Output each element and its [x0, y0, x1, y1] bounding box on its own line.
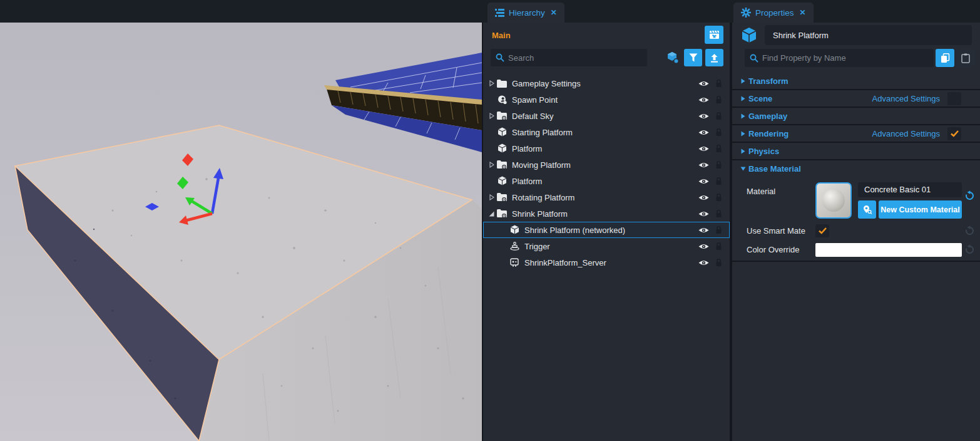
hierarchy-toolbar: [483, 48, 730, 70]
eye-icon[interactable]: [697, 129, 710, 136]
capture-button[interactable]: [705, 26, 723, 44]
padlock-icon[interactable]: [713, 128, 724, 137]
properties-toolbar: [732, 48, 980, 70]
eye-icon[interactable]: [697, 210, 710, 217]
tree-row-label: Default Sky: [512, 112, 697, 121]
section-label: Rendering: [748, 129, 789, 138]
tree-row-moving-platform[interactable]: Moving Platform: [483, 157, 730, 173]
tree-row-trigger[interactable]: Trigger: [483, 238, 730, 254]
hierarchy-search[interactable]: [491, 49, 647, 66]
padlock-icon[interactable]: [713, 259, 724, 267]
caret-collapsed-icon: [739, 131, 747, 137]
padlock-icon[interactable]: [713, 210, 724, 218]
tree-row-rotating-platform[interactable]: Rotating Platform: [483, 189, 730, 205]
filter-button[interactable]: [684, 49, 702, 66]
use-smart-mate-checkbox[interactable]: [815, 224, 829, 237]
caret-collapsed-icon[interactable]: [487, 113, 496, 119]
tree-row-platform[interactable]: Platform: [483, 140, 730, 157]
copy-icon: [941, 53, 950, 63]
eye-icon[interactable]: [697, 80, 710, 87]
padlock-icon[interactable]: [713, 161, 724, 169]
use-smart-mate-reset-icon[interactable]: [964, 226, 975, 236]
eye-icon[interactable]: [697, 259, 710, 266]
tab-hierarchy-close-icon[interactable]: ✕: [551, 8, 557, 17]
folder-icon: [496, 80, 508, 88]
tree-row-label: Gameplay Settings: [512, 79, 697, 88]
eye-icon[interactable]: [697, 243, 710, 250]
context-label: Main: [492, 31, 511, 40]
eye-icon[interactable]: [697, 178, 710, 185]
asset-cube-button[interactable]: [665, 49, 681, 66]
rendering-advanced-checkbox[interactable]: [947, 127, 961, 140]
tree-row-label: Moving Platform: [512, 160, 697, 170]
padlock-icon[interactable]: [713, 194, 724, 202]
tab-properties[interactable]: Properties ✕: [733, 3, 814, 23]
eye-icon[interactable]: [697, 145, 710, 152]
padlock-icon[interactable]: [713, 112, 724, 120]
entity-name-input[interactable]: [765, 25, 972, 45]
material-name-field[interactable]: Concrete Basic 01: [858, 182, 962, 197]
padlock-icon[interactable]: [713, 145, 724, 153]
caret-collapsed-icon: [739, 78, 747, 84]
tree-row-gameplay-settings[interactable]: Gameplay Settings: [483, 75, 730, 91]
folder-gear-icon: [496, 160, 508, 169]
caret-collapsed-icon: [739, 96, 747, 101]
caret-collapsed-icon[interactable]: [487, 162, 496, 168]
padlock-icon[interactable]: [713, 80, 724, 88]
paste-properties-button[interactable]: [956, 49, 975, 67]
magnifier-icon: [750, 54, 758, 63]
section-gameplay[interactable]: Gameplay: [732, 108, 980, 124]
material-preview-thumbnail[interactable]: [815, 182, 852, 219]
hierarchy-search-input[interactable]: [508, 53, 642, 63]
caret-expanded-icon[interactable]: [487, 211, 496, 217]
use-smart-mate-label: Use Smart Mate: [747, 226, 805, 236]
tree-row-label: Shrink Platform (networked): [524, 226, 697, 235]
padlock-icon[interactable]: [713, 96, 724, 104]
tree-row-label: Platform: [512, 177, 697, 186]
caret-collapsed-icon[interactable]: [487, 80, 496, 86]
tree-row-starting-platform[interactable]: Starting Platform: [483, 124, 730, 140]
material-reset-icon[interactable]: [964, 190, 975, 201]
cube-icon: [496, 127, 508, 137]
padlock-icon[interactable]: [713, 242, 724, 251]
spawn-point-icon: [496, 95, 508, 105]
section-transform[interactable]: Transform: [732, 73, 980, 89]
cube-icon: [496, 176, 508, 186]
property-search-input[interactable]: [762, 53, 929, 63]
collapse-all-button[interactable]: [705, 49, 723, 66]
section-base-material[interactable]: Base Material: [732, 160, 980, 177]
tree-row-shrink-platform[interactable]: Shrink Platform: [483, 205, 730, 222]
section-rendering[interactable]: Rendering Advanced Settings: [732, 125, 980, 142]
scene-advanced-checkbox[interactable]: [947, 92, 961, 105]
padlock-icon[interactable]: [713, 226, 724, 234]
copy-properties-button[interactable]: [936, 49, 954, 67]
section-scene[interactable]: Scene Advanced Settings: [732, 90, 980, 106]
property-search[interactable]: [745, 49, 934, 67]
3d-viewport[interactable]: [0, 23, 482, 441]
folder-gear-icon: [496, 209, 508, 218]
tab-properties-close-icon[interactable]: ✕: [800, 8, 806, 17]
section-physics[interactable]: Physics: [732, 143, 980, 159]
caret-collapsed-icon[interactable]: [487, 194, 496, 200]
tree-row-shrinkplatform-server[interactable]: ShrinkPlatform_Server: [483, 254, 730, 271]
tree-row-shrink-platform-networked[interactable]: Shrink Platform (networked): [483, 222, 730, 238]
padlock-icon[interactable]: [713, 177, 724, 185]
tree-row-spawn-point[interactable]: Spawn Point: [483, 91, 730, 108]
locate-material-button[interactable]: [858, 200, 876, 219]
eye-icon[interactable]: [697, 113, 710, 120]
upload-arrow-icon: [710, 53, 719, 63]
eye-icon[interactable]: [697, 227, 710, 234]
tree-row-default-sky[interactable]: Default Sky: [483, 108, 730, 124]
color-override-reset-icon[interactable]: [964, 244, 975, 255]
list-tree-icon: [495, 8, 504, 18]
eye-icon[interactable]: [697, 162, 710, 169]
tree-row-platform-2[interactable]: Platform: [483, 173, 730, 189]
color-override-swatch[interactable]: [815, 243, 962, 257]
pin-search-icon: [862, 205, 872, 215]
eye-icon[interactable]: [697, 194, 710, 201]
eye-icon[interactable]: [697, 96, 710, 103]
hierarchy-panel: Main: [483, 23, 730, 441]
new-custom-material-button[interactable]: New Custom Material: [879, 200, 962, 219]
hierarchy-tree: Gameplay Settings Spawn Point Default Sk…: [483, 75, 730, 271]
tab-hierarchy[interactable]: Hierarchy ✕: [487, 3, 564, 23]
